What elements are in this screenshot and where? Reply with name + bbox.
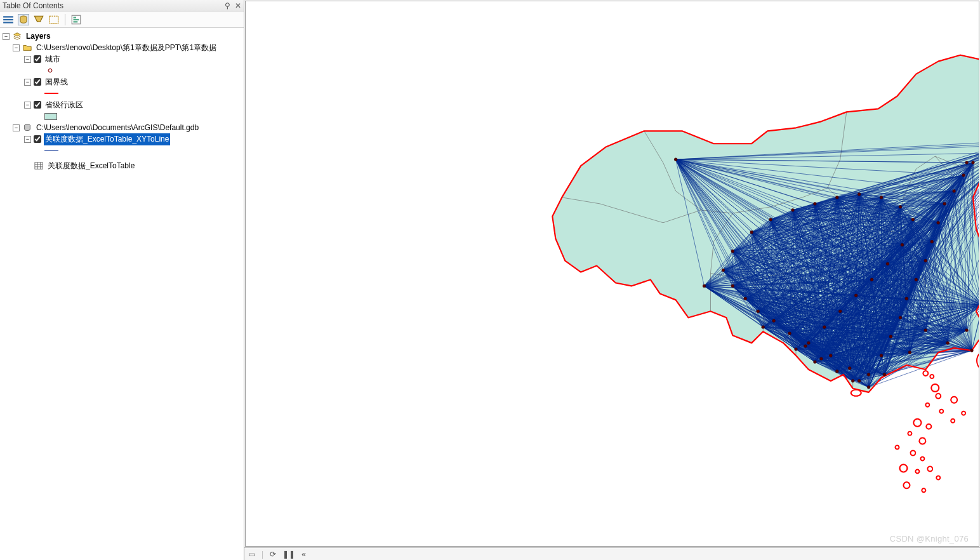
svg-point-1654 — [772, 319, 776, 323]
expander-icon[interactable]: − — [13, 124, 20, 131]
tree-root-label[interactable]: Layers — [25, 31, 52, 41]
layer-cities-label[interactable]: 城市 — [44, 53, 62, 65]
svg-point-1648 — [867, 385, 870, 389]
svg-point-1623 — [795, 348, 798, 351]
expander-icon[interactable]: − — [24, 56, 31, 63]
svg-point-1657 — [731, 284, 734, 288]
svg-point-1633 — [915, 278, 918, 281]
layer-provinces-label[interactable]: 省级行政区 — [44, 99, 84, 111]
svg-point-1635 — [930, 240, 934, 243]
line-symbol-icon[interactable] — [44, 150, 58, 151]
svg-point-1643 — [970, 349, 974, 352]
toc-title: Table Of Contents — [3, 1, 222, 10]
svg-point-1639 — [962, 174, 965, 177]
svg-point-1645 — [924, 329, 927, 332]
options-icon[interactable] — [70, 14, 82, 25]
toc-tree[interactable]: − Layers − C:\Users\lenovo\Desktop\第1章数据… — [0, 28, 244, 560]
list-by-drawing-icon[interactable] — [3, 14, 14, 25]
tree-layer-cities[interactable]: − 城市 — [1, 53, 242, 65]
list-by-selection-icon[interactable] — [48, 14, 60, 25]
svg-point-1673 — [838, 310, 842, 313]
pause-icon[interactable]: ❚❚ — [282, 550, 295, 559]
svg-point-1621 — [703, 284, 706, 288]
polygon-symbol-icon[interactable] — [44, 113, 57, 120]
layer-visibility-checkbox[interactable] — [34, 55, 41, 63]
layer-xytoline-label[interactable]: 关联度数据_ExcelToTable_XYToLine — [44, 133, 170, 145]
svg-rect-8 — [74, 21, 78, 22]
point-symbol-icon[interactable] — [48, 68, 53, 73]
svg-point-1658 — [722, 269, 725, 272]
svg-rect-0 — [3, 16, 13, 17]
toc-titlebar: Table Of Contents ⚲ ✕ — [0, 0, 244, 11]
tree-layer-boundary[interactable]: − 国界线 — [1, 76, 242, 88]
svg-rect-4 — [50, 16, 58, 23]
svg-point-1647 — [883, 373, 886, 377]
expander-icon[interactable]: − — [13, 44, 20, 51]
folder-icon — [22, 43, 32, 52]
expander-icon[interactable]: − — [3, 33, 10, 40]
svg-point-1649 — [851, 380, 854, 383]
line-symbol-icon[interactable] — [44, 93, 58, 94]
tree-symbol-boundary[interactable] — [1, 88, 242, 99]
tree-gdb[interactable]: − C:\Users\lenovo\Documents\ArcGIS\Defau… — [1, 122, 242, 133]
svg-point-1626 — [848, 367, 851, 370]
map-canvas[interactable] — [245, 1, 979, 547]
tree-table[interactable]: 关联度数据_ExcelToTable — [1, 160, 242, 171]
svg-rect-2 — [3, 22, 13, 23]
toolbar-separator — [65, 14, 65, 25]
refresh-icon[interactable]: ⟳ — [270, 550, 276, 559]
map-view-icon[interactable]: ▭ — [248, 550, 255, 559]
svg-point-1644 — [946, 342, 950, 345]
svg-point-1637 — [943, 203, 946, 206]
layers-icon — [12, 32, 22, 41]
svg-point-1660 — [750, 230, 753, 234]
expander-icon[interactable]: − — [24, 102, 31, 109]
tree-symbol-cities[interactable] — [1, 65, 242, 76]
svg-point-1627 — [858, 380, 861, 383]
layer-visibility-checkbox[interactable] — [34, 78, 41, 86]
svg-point-1669 — [901, 243, 904, 246]
svg-point-1653 — [788, 332, 791, 335]
svg-point-1642 — [965, 329, 969, 332]
layer-visibility-checkbox[interactable] — [34, 135, 41, 143]
tree-layer-xytoline[interactable]: − 关联度数据_ExcelToTable_XYToLine — [1, 133, 242, 145]
svg-point-1672 — [854, 294, 858, 297]
svg-point-1667 — [899, 205, 902, 208]
svg-point-1668 — [911, 218, 915, 221]
svg-rect-1 — [3, 18, 13, 20]
svg-point-1631 — [899, 316, 902, 319]
expander-icon[interactable]: − — [24, 79, 31, 86]
svg-point-1638 — [953, 190, 956, 193]
layer-boundary-label[interactable]: 国界线 — [44, 76, 69, 88]
collapse-icon[interactable]: « — [301, 550, 306, 559]
tree-table-label[interactable]: 关联度数据_ExcelToTable — [46, 160, 136, 172]
map-statusbar: ▭ | ⟳ ❚❚ « — [244, 547, 980, 560]
list-by-source-icon[interactable] — [18, 14, 29, 25]
svg-point-1671 — [870, 278, 873, 281]
tree-folder-1[interactable]: − C:\Users\lenovo\Desktop\第1章数据及PPT\第1章数… — [1, 42, 242, 53]
tree-gdb-label[interactable]: C:\Users\lenovo\Documents\ArcGIS\Default… — [35, 123, 200, 133]
pin-icon[interactable]: ⚲ — [225, 1, 230, 10]
tree-symbol-xytoline[interactable] — [1, 145, 242, 156]
svg-point-1675 — [807, 342, 811, 345]
toc-panel: Table Of Contents ⚲ ✕ − — [0, 0, 244, 560]
list-by-visibility-icon[interactable] — [33, 14, 44, 25]
svg-point-1634 — [924, 259, 927, 262]
geodatabase-icon — [22, 123, 32, 132]
svg-point-1666 — [880, 196, 883, 199]
layer-visibility-checkbox[interactable] — [34, 101, 41, 109]
tree-symbol-provinces[interactable] — [1, 110, 242, 122]
svg-point-1665 — [858, 193, 861, 196]
close-icon[interactable]: ✕ — [235, 1, 241, 10]
svg-point-1663 — [813, 203, 816, 206]
tree-layer-provinces[interactable]: − 省级行政区 — [1, 99, 242, 110]
tree-folder-1-label[interactable]: C:\Users\lenovo\Desktop\第1章数据及PPT\第1章数据 — [35, 42, 218, 54]
svg-point-1651 — [819, 357, 823, 361]
svg-point-1620 — [674, 158, 677, 161]
svg-point-1674 — [823, 326, 826, 329]
expander-icon[interactable]: − — [24, 136, 31, 143]
tree-root-layers[interactable]: − Layers — [1, 30, 242, 42]
svg-point-1670 — [886, 262, 889, 265]
svg-point-1656 — [744, 297, 747, 300]
svg-point-1636 — [937, 221, 940, 224]
